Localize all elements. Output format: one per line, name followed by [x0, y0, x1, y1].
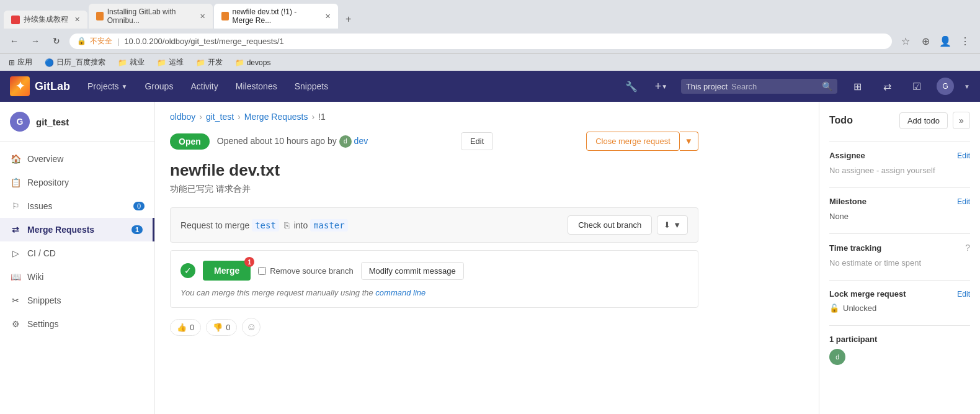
breadcrumb-oldboy[interactable]: oldboy	[170, 112, 195, 122]
add-reaction-button[interactable]: ☺	[242, 318, 261, 336]
breadcrumb-git-test[interactable]: git_test	[206, 112, 234, 122]
tab-3[interactable]: newfile dev.txt (!1) - Merge Re... ✕	[214, 4, 338, 29]
reload-button[interactable]: ↻	[48, 33, 65, 49]
folder-devops-icon: 📁	[235, 58, 244, 67]
tab-title-1: 持续集成教程	[24, 14, 68, 25]
download-button[interactable]: ⬇ ▼	[657, 215, 688, 235]
content-area: oldboy › git_test › Merge Requests › !1 …	[155, 102, 819, 414]
bookmark-yunwei[interactable]: 📁 运维	[154, 56, 186, 69]
sidebar-item-repository[interactable]: 📋 Repository	[0, 171, 154, 194]
participants-title: 1 participant	[829, 335, 877, 344]
forward-button[interactable]: →	[27, 33, 43, 49]
sidebar-item-issues[interactable]: ⚐ Issues 0	[0, 194, 154, 218]
tab-close-3[interactable]: ✕	[325, 12, 331, 20]
gitlab-logo[interactable]: ✦ GitLab	[10, 76, 70, 96]
milestone-section: Milestone Edit None	[829, 187, 970, 221]
thumbs-up-button[interactable]: 👍 0	[170, 319, 201, 336]
merge-request-icon[interactable]: ⇄	[877, 76, 897, 96]
search-wrap[interactable]: This project 🔍	[681, 79, 837, 94]
add-todo-button[interactable]: Add todo	[899, 112, 948, 129]
expand-button[interactable]: »	[953, 112, 970, 129]
merge-button[interactable]: Merge 1	[203, 261, 251, 281]
bookmark-devops[interactable]: 📁 devops	[233, 57, 274, 68]
modify-commit-button[interactable]: Modify commit message	[361, 262, 464, 280]
right-sidebar: Todo Add todo » Assignee Edit No assigne…	[819, 102, 980, 414]
search-icon: 🔍	[822, 81, 832, 91]
checkout-branch-button[interactable]: Check out branch	[568, 215, 652, 235]
bookmark-apps[interactable]: ⊞ 应用	[6, 56, 35, 69]
close-merge-dropdown[interactable]: ▼	[680, 132, 698, 151]
address-text: 10.0.0.200/oldboy/git_test/merge_request…	[124, 37, 283, 46]
merge-requests-icon: ⇄	[10, 224, 21, 235]
folder-kaifa-icon: 📁	[196, 58, 205, 67]
bookmark-kaifa[interactable]: 📁 开发	[194, 56, 225, 69]
merge-controls: ✓ Merge 1 Remove source branch Modify co…	[180, 261, 688, 281]
time-tracking-title: Time tracking	[829, 243, 881, 253]
new-tab-button[interactable]: +	[339, 10, 357, 29]
folder-jiuye-icon: 📁	[118, 58, 127, 67]
tab-close-1[interactable]: ✕	[74, 16, 80, 24]
sidebar-item-wiki[interactable]: 📖 Wiki	[0, 265, 154, 289]
source-branch-label[interactable]: test	[252, 219, 279, 232]
sidebar-header: G git_test	[0, 102, 154, 142]
snippets-icon: ✂	[10, 295, 21, 306]
bookmark-star-icon[interactable]: ☆	[897, 32, 914, 50]
time-tracking-help-icon[interactable]: ?	[965, 243, 970, 253]
tab-2[interactable]: Installing GitLab with Omnibu... ✕	[89, 4, 213, 29]
search-input[interactable]	[731, 82, 818, 91]
projects-dropdown-icon: ▼	[122, 83, 128, 90]
panel-icon[interactable]: ⊞	[847, 76, 867, 96]
sidebar-item-cicd[interactable]: ▷ CI / CD	[0, 241, 154, 265]
close-merge-group: Close merge request ▼	[586, 132, 698, 151]
user-icon[interactable]: 👤	[937, 32, 954, 50]
browser-toolbar-icons: ☆ ⊕ 👤 ⋮	[897, 32, 974, 50]
thumbs-down-button[interactable]: 👎 0	[206, 319, 237, 336]
remove-source-checkbox-label[interactable]: Remove source branch	[258, 266, 353, 276]
copy-icon[interactable]: ⎘	[284, 220, 289, 230]
milestone-edit[interactable]: Edit	[957, 197, 970, 206]
user-dropdown-icon[interactable]: ▼	[964, 83, 970, 90]
merge-hint: You can merge this merge request manuall…	[180, 288, 688, 297]
issues-icon: ⚐	[10, 200, 21, 212]
participant-avatar-1[interactable]: d	[829, 349, 845, 365]
cicd-icon: ▷	[10, 248, 21, 259]
project-name: git_test	[36, 117, 69, 127]
author-link[interactable]: dev	[354, 135, 368, 145]
command-line-link[interactable]: command line	[375, 288, 425, 297]
wrench-icon[interactable]: 🔧	[621, 76, 641, 96]
sidebar-item-merge-requests[interactable]: ⇄ Merge Requests 1	[0, 218, 154, 241]
nav-milestones[interactable]: Milestones	[228, 76, 285, 96]
nav-snippets[interactable]: Snippets	[287, 76, 336, 96]
tab-1[interactable]: 持续集成教程 ✕	[4, 11, 87, 29]
plus-icon[interactable]: +▼	[651, 76, 671, 96]
lock-merge-edit[interactable]: Edit	[957, 290, 970, 299]
breadcrumb-merge-requests[interactable]: Merge Requests	[244, 112, 308, 122]
unlocked-icon: 🔓	[829, 304, 839, 313]
address-bar[interactable]: 🔒 不安全 | 10.0.0.200/oldboy/git_test/merge…	[69, 34, 892, 49]
user-avatar[interactable]: G	[937, 78, 954, 95]
dev-avatar: d	[339, 135, 352, 148]
nav-groups[interactable]: Groups	[137, 76, 180, 96]
back-button[interactable]: ←	[6, 33, 22, 49]
tab-close-2[interactable]: ✕	[200, 12, 205, 20]
nav-projects[interactable]: Projects ▼	[80, 76, 135, 96]
remove-source-checkbox[interactable]	[258, 267, 266, 275]
thumbs-up-icon: 👍	[177, 323, 187, 332]
apps-icon: ⊞	[9, 58, 15, 67]
target-branch-label[interactable]: master	[310, 219, 348, 232]
sidebar-item-snippets[interactable]: ✂ Snippets	[0, 289, 154, 312]
sidebar-item-settings[interactable]: ⚙ Settings	[0, 312, 154, 336]
edit-button[interactable]: Edit	[461, 132, 493, 150]
menu-icon[interactable]: ⋮	[956, 32, 974, 50]
bookmark-jiuye[interactable]: 📁 就业	[115, 56, 147, 69]
inbox-icon[interactable]: ☑	[907, 76, 927, 96]
nav-activity[interactable]: Activity	[183, 76, 225, 96]
milestone-header: Milestone Edit	[829, 197, 970, 206]
zoom-icon[interactable]: ⊕	[917, 32, 934, 50]
bookmark-baidu[interactable]: 🔵 日历_百度搜索	[42, 56, 108, 69]
sidebar-item-overview[interactable]: 🏠 Overview	[0, 147, 154, 171]
assignee-edit[interactable]: Edit	[957, 151, 970, 160]
close-merge-button[interactable]: Close merge request	[586, 132, 680, 151]
tab-title-2: Installing GitLab with Omnibu...	[107, 7, 194, 25]
status-row: Open Opened about 10 hours ago by d dev …	[170, 132, 698, 151]
